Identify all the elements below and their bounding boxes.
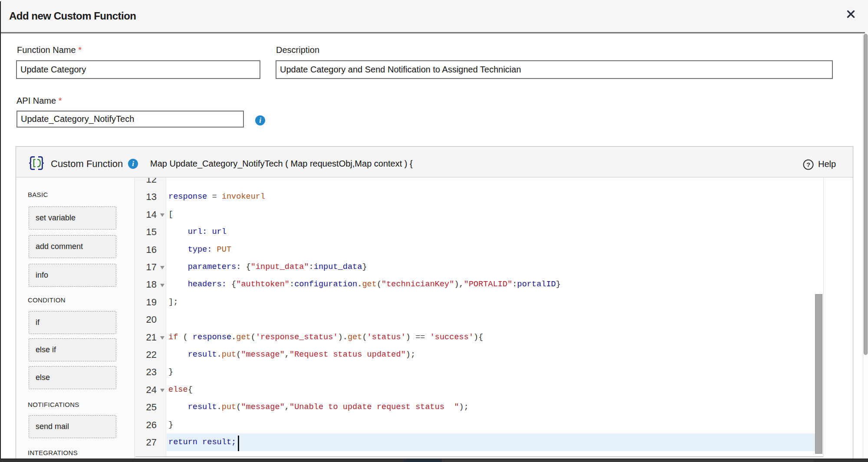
svg-text:?: ?	[806, 161, 810, 168]
